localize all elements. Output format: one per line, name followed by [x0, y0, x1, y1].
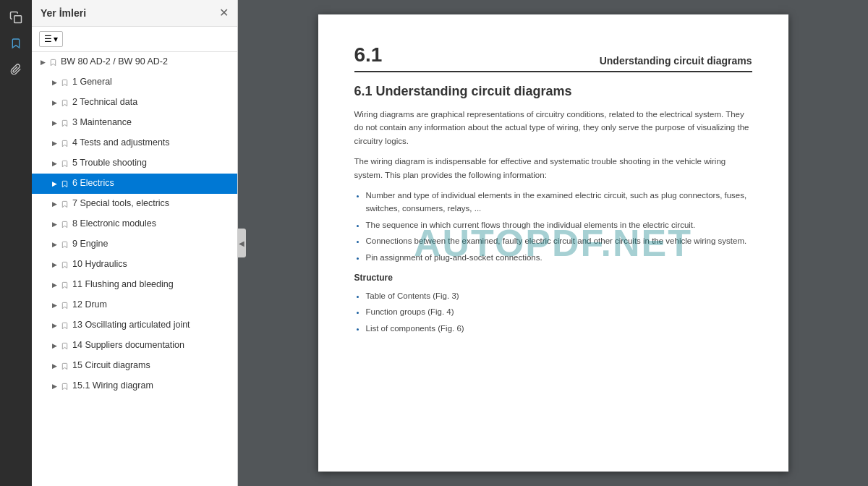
sidebar-item-12drum[interactable]: ▶ 12 Drum	[32, 295, 237, 315]
sidebar-item-label: 8 Electronic modules	[72, 218, 231, 231]
sidebar-header: Yer İmleri ✕	[32, 0, 237, 27]
bullet-item: Connections between the examined, faulty…	[366, 234, 752, 247]
bookmark-icon	[59, 239, 69, 250]
page-area[interactable]: AUTOPDF.NET 6.1 Understanding circuit di…	[238, 0, 868, 486]
sidebar-item-14suppliers[interactable]: ▶ 14 Suppliers documentation	[32, 336, 237, 356]
sidebar-item-label: 3 Maintenance	[72, 116, 231, 129]
chevron-icon: ▶	[49, 299, 59, 311]
sidebar-toolbar: ☰ ▾	[32, 27, 237, 52]
content-body: Wiring diagrams are graphical representa…	[354, 108, 752, 335]
bullet-list-2: Table of Contents (Fig. 3) Function grou…	[366, 289, 752, 335]
bookmark-icon	[59, 158, 69, 169]
sidebar-item-8electronic[interactable]: ▶ 8 Electronic modules	[32, 214, 237, 234]
sidebar-collapse-handle[interactable]: ◀	[237, 229, 246, 257]
bookmark-icon	[59, 340, 69, 351]
bookmark-icon	[59, 218, 69, 230]
sidebar-close-button[interactable]: ✕	[219, 7, 229, 19]
bookmark-icon	[59, 77, 69, 88]
bullet-item: The sequence in which current flows thro…	[366, 218, 752, 231]
page-header-title: Understanding circuit diagrams	[600, 55, 752, 67]
chevron-icon: ▶	[49, 360, 59, 372]
sidebar-item-4tests[interactable]: ▶ 4 Tests and adjustments	[32, 133, 237, 153]
sidebar-item-label: 15.1 Wiring diagram	[72, 380, 231, 393]
sidebar-item-label: BW 80 AD-2 / BW 90 AD-2	[61, 56, 231, 69]
bullet-list-1: Number and type of individual elements i…	[366, 189, 752, 264]
bookmark-icon	[48, 56, 58, 68]
svg-rect-0	[14, 16, 22, 23]
bullet-item: Number and type of individual elements i…	[366, 189, 752, 216]
pdf-page: AUTOPDF.NET 6.1 Understanding circuit di…	[318, 14, 788, 472]
sidebar-tool-arrow: ▾	[54, 34, 58, 44]
sidebar-item-13oscillating[interactable]: ▶ 13 Oscillating articulated joint	[32, 315, 237, 336]
sidebar-item-9engine[interactable]: ▶ 9 Engine	[32, 234, 237, 255]
sidebar-title: Yer İmleri	[41, 7, 86, 19]
bullet-item: Function groups (Fig. 4)	[366, 305, 752, 318]
chevron-icon: ▶	[49, 117, 59, 129]
sidebar-item-2technical[interactable]: ▶ 2 Technical data	[32, 93, 237, 113]
chevron-icon: ▶	[49, 158, 59, 169]
sidebar-item-label: 7 Special tools, electrics	[72, 197, 231, 210]
chevron-icon: ▶	[49, 97, 59, 108]
copy-toolbar-icon[interactable]	[4, 6, 27, 29]
section-number: 6.1	[354, 43, 383, 67]
sidebar-tool-button[interactable]: ☰ ▾	[39, 31, 63, 47]
sidebar-item-label: 5 Trouble shooting	[72, 157, 231, 170]
bookmark-icon	[59, 178, 69, 189]
sidebar-item-6electrics[interactable]: ▶ 6 Electrics	[32, 174, 237, 194]
chevron-icon: ▶	[49, 340, 59, 351]
section-heading: 6.1 Understanding circuit diagrams	[354, 84, 752, 99]
sidebar-tree: ▶ BW 80 AD-2 / BW 90 AD-2 ▶ 1 General ▶ …	[32, 52, 237, 486]
sidebar-item-7special[interactable]: ▶ 7 Special tools, electrics	[32, 194, 237, 214]
sidebar-item-label: 1 General	[72, 76, 231, 89]
sidebar-item-3maintenance[interactable]: ▶ 3 Maintenance	[32, 113, 237, 133]
sidebar-item-label: 12 Drum	[72, 299, 231, 312]
paperclip-toolbar-icon[interactable]	[4, 58, 27, 81]
structure-title: Structure	[354, 271, 752, 285]
bookmark-icon	[59, 299, 69, 311]
bookmark-toolbar-icon[interactable]	[4, 32, 27, 55]
bookmark-icon	[59, 198, 69, 210]
bookmark-icon	[59, 360, 69, 372]
page-header-bar: 6.1 Understanding circuit diagrams	[354, 43, 752, 72]
sidebar-item-label: 14 Suppliers documentation	[72, 339, 231, 352]
bullet-item: Table of Contents (Fig. 3)	[366, 289, 752, 302]
chevron-icon: ▶	[49, 239, 59, 250]
sidebar-panel: Yer İmleri ✕ ☰ ▾ ▶ BW 80 AD-2 / BW 90 AD…	[32, 0, 238, 486]
sidebar-item-label: 6 Electrics	[72, 177, 231, 190]
chevron-icon: ▶	[49, 259, 59, 270]
main-content: AUTOPDF.NET 6.1 Understanding circuit di…	[238, 0, 868, 486]
sidebar-item-label: 13 Oscillating articulated joint	[72, 319, 231, 332]
paragraph-2: The wiring diagram is indispensable for …	[354, 155, 752, 182]
sidebar-item-label: 15 Circuit diagrams	[72, 359, 231, 372]
chevron-icon: ▶	[49, 218, 59, 230]
sidebar-item-label: 4 Tests and adjustments	[72, 137, 231, 150]
chevron-icon: ▶	[49, 137, 59, 149]
chevron-icon: ▶	[49, 198, 59, 210]
sidebar-item-bw80[interactable]: ▶ BW 80 AD-2 / BW 90 AD-2	[32, 52, 237, 72]
chevron-icon: ▶	[38, 56, 48, 68]
chevron-icon: ▶	[49, 380, 59, 392]
structure-section: Structure Table of Contents (Fig. 3) Fun…	[354, 271, 752, 335]
bookmark-icon	[59, 380, 69, 392]
sidebar-item-label: 2 Technical data	[72, 96, 231, 109]
chevron-icon: ▶	[49, 279, 59, 291]
sidebar-item-label: 9 Engine	[72, 238, 231, 251]
left-toolbar	[0, 0, 32, 486]
bookmark-icon	[59, 117, 69, 129]
sidebar-item-15wiring[interactable]: ▶ 15.1 Wiring diagram	[32, 376, 237, 396]
bookmark-icon	[59, 279, 69, 291]
sidebar-tool-icon: ☰	[44, 34, 52, 44]
sidebar-item-5trouble[interactable]: ▶ 5 Trouble shooting	[32, 153, 237, 174]
sidebar-item-label: 10 Hydraulics	[72, 258, 231, 271]
sidebar-item-11flushing[interactable]: ▶ 11 Flushing and bleeding	[32, 275, 237, 295]
bookmark-icon	[59, 259, 69, 270]
bookmark-icon	[59, 320, 69, 331]
bullet-item: List of components (Fig. 6)	[366, 322, 752, 335]
chevron-icon: ▶	[49, 77, 59, 88]
chevron-icon: ▶	[49, 320, 59, 331]
sidebar-item-1general[interactable]: ▶ 1 General	[32, 72, 237, 93]
sidebar-item-15circuit[interactable]: ▶ 15 Circuit diagrams	[32, 356, 237, 376]
sidebar-item-10hydraulics[interactable]: ▶ 10 Hydraulics	[32, 255, 237, 275]
chevron-icon: ▶	[49, 178, 59, 189]
sidebar-item-label: 11 Flushing and bleeding	[72, 278, 231, 291]
